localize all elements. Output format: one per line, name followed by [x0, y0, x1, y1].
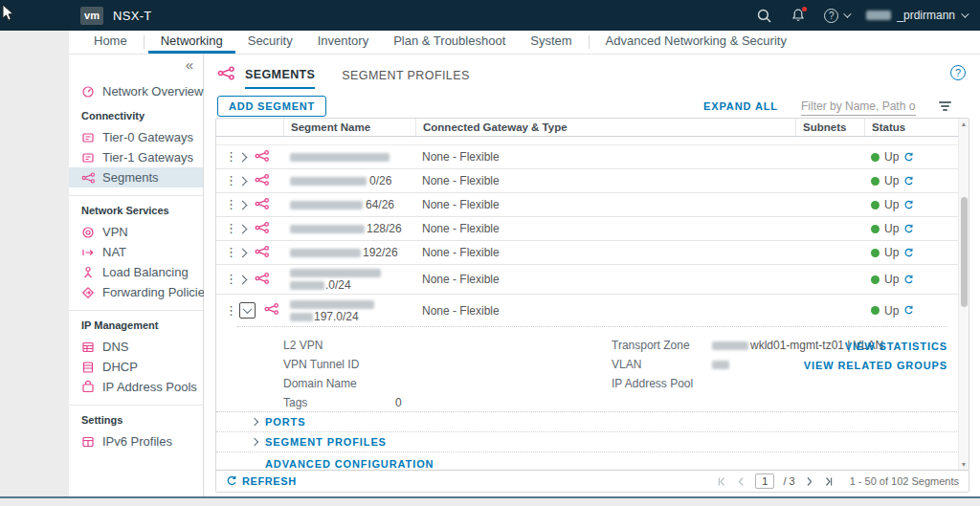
- col-status[interactable]: Status: [864, 119, 969, 136]
- col-connected-gateway[interactable]: Connected Gateway & Type: [415, 119, 795, 136]
- refresh-button[interactable]: REFRESH: [216, 475, 297, 487]
- row-menu-icon[interactable]: ⋮: [225, 176, 231, 186]
- mouse-cursor: [2, 4, 14, 22]
- refresh-status-icon[interactable]: [903, 305, 914, 316]
- refresh-status-icon[interactable]: [903, 152, 914, 163]
- sidebar-item-network-overview[interactable]: Network Overview: [69, 81, 203, 101]
- sidebar-item-dhcp[interactable]: DHCP: [69, 357, 203, 377]
- vertical-scrollbar[interactable]: ▲ ▼: [958, 119, 969, 470]
- user-menu[interactable]: _prdirmann: [866, 9, 967, 22]
- col-segment-name[interactable]: Segment Name: [283, 119, 415, 136]
- notification-badge: [802, 7, 807, 11]
- sidebar-item-vpn[interactable]: VPN: [69, 222, 203, 242]
- chevron-right-icon[interactable]: [238, 224, 248, 233]
- first-page-icon[interactable]: [717, 476, 727, 487]
- sidebar-collapse-icon[interactable]: «: [186, 56, 193, 73]
- expand-all-link[interactable]: EXPAND ALL: [703, 100, 778, 112]
- chevron-right-icon[interactable]: [238, 200, 248, 209]
- refresh-status-icon[interactable]: [903, 176, 914, 187]
- row-menu-icon[interactable]: ⋮: [225, 306, 231, 316]
- redacted-text: [290, 201, 363, 209]
- sidebar-section-connectivity: Connectivity: [69, 110, 203, 121]
- scroll-down-icon[interactable]: ▼: [959, 461, 969, 468]
- nav-tab-advanced-networking[interactable]: Advanced Networking & Security: [593, 31, 799, 54]
- refresh-status-icon[interactable]: [903, 275, 914, 285]
- segment-icon: [255, 150, 270, 165]
- view-statistics-link[interactable]: VIEW STATISTICS: [804, 341, 947, 352]
- notifications-bell-icon[interactable]: [790, 7, 807, 24]
- row-menu-icon[interactable]: ⋮: [225, 200, 231, 209]
- table-row[interactable]: ⋮ 0/26 None - Flexible Up: [216, 169, 969, 193]
- sidebar-item-load-balancing[interactable]: Load Balancing: [69, 262, 203, 282]
- segment-icon: [255, 273, 270, 287]
- segment-name[interactable]: 128/26: [283, 222, 415, 235]
- nav-tab-inventory[interactable]: Inventory: [305, 31, 381, 54]
- row-menu-icon[interactable]: ⋮: [225, 275, 231, 284]
- previous-page-icon[interactable]: [736, 476, 746, 487]
- sidebar-item-dns[interactable]: DNS: [69, 337, 203, 357]
- chevron-right-icon[interactable]: [238, 248, 248, 257]
- row-menu-icon[interactable]: ⋮: [225, 152, 231, 162]
- current-page-input[interactable]: 1: [755, 473, 774, 489]
- ip-address-pools-icon: [81, 381, 96, 394]
- refresh-status-icon[interactable]: [903, 200, 914, 210]
- sidebar-item-segments[interactable]: Segments: [69, 167, 203, 187]
- help-menu[interactable]: ?: [824, 9, 849, 23]
- chevron-right-icon: [251, 418, 258, 426]
- scroll-up-icon[interactable]: ▲: [959, 121, 969, 127]
- table-row[interactable]: ⋮ None - Flexible Up: [216, 145, 969, 169]
- chevron-down-icon: [243, 304, 253, 314]
- segment-name[interactable]: [283, 150, 415, 164]
- sidebar-item-ipv6-profiles[interactable]: IPv6 Profiles: [69, 431, 203, 451]
- search-icon[interactable]: [755, 7, 772, 24]
- segment-name[interactable]: 64/26: [283, 198, 415, 211]
- next-page-icon[interactable]: [804, 476, 814, 487]
- total-pages: / 3: [783, 475, 794, 487]
- segment-profiles-section[interactable]: SEGMENT PROFILES: [216, 432, 969, 452]
- tab-segments[interactable]: SEGMENTS: [245, 68, 315, 89]
- last-page-icon[interactable]: [823, 476, 834, 487]
- sidebar-item-ip-address-pools[interactable]: IP Address Pools: [69, 377, 203, 397]
- help-icon[interactable]: ?: [950, 65, 966, 80]
- col-subnets[interactable]: Subnets: [795, 119, 864, 136]
- sidebar-item-nat[interactable]: NAT: [69, 242, 203, 262]
- table-row[interactable]: ⋮ 64/26 None - Flexible Up: [216, 193, 969, 217]
- segment-name[interactable]: 0/26: [283, 174, 415, 187]
- view-related-groups-link[interactable]: VIEW RELATED GROUPS: [804, 360, 947, 371]
- dns-icon: [81, 341, 96, 354]
- nav-tab-security[interactable]: Security: [235, 31, 305, 54]
- add-segment-button[interactable]: ADD SEGMENT: [217, 96, 326, 117]
- table-row[interactable]: ⋮ 192/26 None - Flexible Up: [216, 241, 969, 265]
- sidebar-item-tier0-gateways[interactable]: Tier-0 Gateways: [69, 127, 203, 147]
- row-menu-icon[interactable]: ⋮: [225, 248, 231, 257]
- segments-table: Segment Name Connected Gateway & Type Su…: [215, 118, 969, 493]
- nav-tab-home[interactable]: Home: [81, 31, 140, 54]
- table-row[interactable]: ⋮ 128/26 None - Flexible Up: [216, 217, 969, 241]
- vmware-logo: vm: [80, 7, 103, 25]
- chevron-right-icon[interactable]: [238, 275, 248, 284]
- collapse-row-control[interactable]: [239, 302, 256, 319]
- nav-tab-networking[interactable]: Networking: [148, 31, 235, 54]
- table-row[interactable]: ⋮ .0/24 None - Flexible Up: [216, 265, 969, 295]
- chevron-right-icon[interactable]: [238, 176, 248, 186]
- chevron-right-icon[interactable]: [238, 152, 248, 162]
- status-up-dot: [871, 306, 880, 315]
- ports-section[interactable]: PORTS: [216, 412, 969, 432]
- segment-name[interactable]: 197.0/24: [283, 298, 415, 323]
- sidebar-item-forwarding-policies[interactable]: Forwarding Policies: [69, 282, 203, 302]
- segment-name[interactable]: .0/24: [283, 267, 415, 292]
- sidebar-item-tier1-gateways[interactable]: Tier-1 Gateways: [69, 147, 203, 167]
- refresh-status-icon[interactable]: [903, 248, 914, 258]
- nav-tab-system[interactable]: System: [518, 31, 584, 54]
- nav-tab-plan-troubleshoot[interactable]: Plan & Troubleshoot: [381, 31, 518, 54]
- load-balancing-icon: [81, 266, 96, 279]
- tab-segment-profiles[interactable]: SEGMENT PROFILES: [342, 69, 469, 88]
- filter-input[interactable]: [801, 98, 916, 116]
- table-row-expanded[interactable]: ⋮ 197.0/24 None - Flexible Up: [216, 295, 969, 326]
- scrollbar-thumb[interactable]: [961, 197, 968, 307]
- segment-name[interactable]: 192/26: [283, 246, 415, 259]
- table-header: Segment Name Connected Gateway & Type Su…: [216, 119, 969, 137]
- filter-icon[interactable]: [939, 101, 951, 111]
- row-menu-icon[interactable]: ⋮: [225, 224, 231, 233]
- refresh-status-icon[interactable]: [903, 224, 914, 234]
